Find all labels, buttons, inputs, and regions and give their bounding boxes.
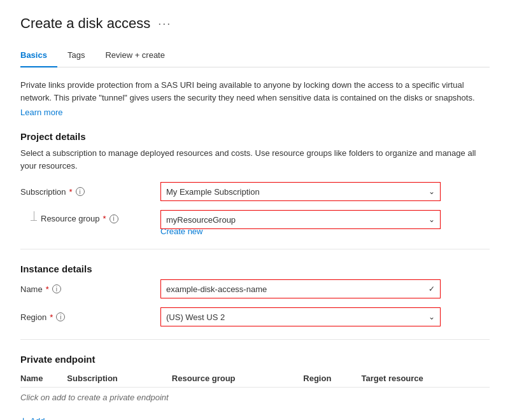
tab-basics[interactable]: Basics [20, 45, 57, 67]
tab-tags[interactable]: Tags [67, 45, 95, 67]
region-info-icon[interactable]: i [56, 312, 65, 321]
subscription-info-icon[interactable]: i [76, 187, 85, 196]
endpoint-table-header: Name Subscription Resource group Region … [20, 370, 490, 388]
page-description: Private links provide protection from a … [20, 79, 490, 104]
region-row: Region * i (US) West US 2 ⌄ [20, 307, 490, 326]
name-check-icon: ✓ [429, 284, 435, 293]
subscription-chevron-icon: ⌄ [429, 187, 435, 196]
tabs-bar: Basics Tags Review + create [20, 45, 490, 67]
add-icon: + [20, 415, 26, 420]
add-label: Add [30, 416, 45, 421]
project-details-description: Select a subscription to manage deployed… [20, 147, 490, 172]
instance-details-title: Instance details [20, 263, 490, 274]
section-divider-1 [20, 249, 490, 249]
page-title-dots[interactable]: ··· [158, 17, 171, 31]
name-label: Name * i [20, 284, 160, 294]
col-target-resource: Target resource [362, 370, 490, 388]
name-value: example-disk-access-name [166, 284, 423, 294]
rg-chevron-icon: ⌄ [429, 215, 435, 224]
page-title: Create a disk access [20, 15, 150, 32]
rg-control-col: myResourceGroup ⌄ [160, 210, 441, 229]
subscription-required: * [69, 187, 73, 197]
name-input[interactable]: example-disk-access-name ✓ [160, 279, 441, 298]
private-endpoint-title: Private endpoint [20, 354, 490, 365]
section-divider-2 [20, 339, 490, 340]
rg-info-icon[interactable]: i [110, 214, 118, 223]
subscription-row: Subscription * i My Example Subscription… [20, 182, 490, 201]
endpoint-empty-message: Click on add to create a private endpoin… [20, 388, 490, 408]
rg-label-col: Resource group * i [20, 210, 160, 229]
subscription-label: Subscription * i [20, 187, 160, 197]
region-value: (US) West US 2 [166, 312, 423, 322]
endpoint-table: Name Subscription Resource group Region … [20, 370, 490, 407]
resource-group-dropdown[interactable]: myResourceGroup ⌄ [160, 210, 441, 229]
subscription-dropdown[interactable]: My Example Subscription ⌄ [160, 182, 441, 201]
resource-group-label: Resource group [41, 214, 100, 223]
region-dropdown[interactable]: (US) West US 2 ⌄ [160, 307, 441, 326]
name-info-icon[interactable]: i [52, 284, 61, 293]
endpoint-empty-row: Click on add to create a private endpoin… [20, 388, 490, 408]
col-subscription: Subscription [67, 370, 172, 388]
region-required: * [50, 312, 53, 322]
private-endpoint-section: Name Subscription Resource group Region … [20, 370, 490, 420]
tab-review-create[interactable]: Review + create [105, 45, 175, 67]
region-chevron-icon: ⌄ [429, 312, 435, 321]
resource-group-block: Resource group * i myResourceGroup ⌄ [20, 210, 490, 229]
subscription-value: My Example Subscription [166, 187, 423, 197]
project-details-title: Project details [20, 131, 490, 142]
learn-more-link[interactable]: Learn more [20, 108, 62, 117]
rg-required: * [103, 214, 106, 223]
rg-value: myResourceGroup [166, 215, 423, 225]
name-required: * [46, 284, 49, 294]
col-name: Name [20, 370, 67, 388]
col-region: Region [303, 370, 361, 388]
name-row: Name * i example-disk-access-name ✓ [20, 279, 490, 298]
region-label: Region * i [20, 312, 160, 322]
col-resource-group: Resource group [172, 370, 303, 388]
add-endpoint-button[interactable]: + Add [20, 412, 45, 420]
